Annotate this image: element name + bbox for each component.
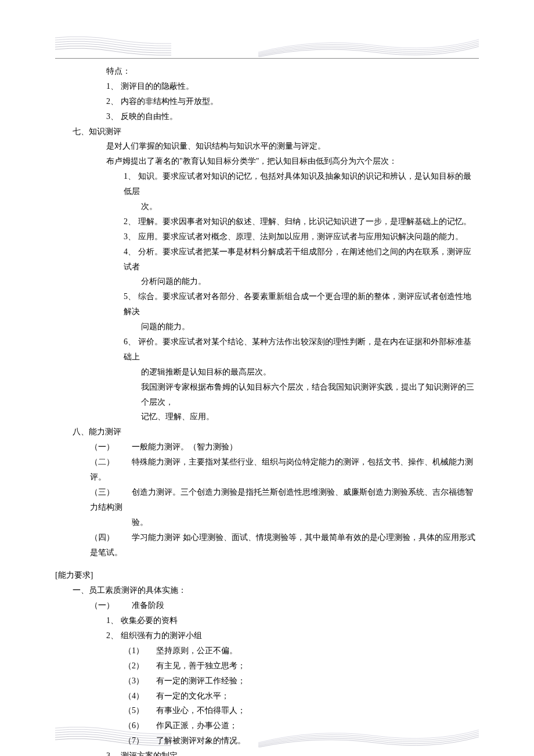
- section-7-intro: 布卢姆提出了著名的"教育认知目标分类学"，把认知目标由低到高分为六个层次：: [55, 154, 479, 169]
- sub-text: 有事业心，不怕得罪人；: [156, 706, 246, 715]
- feature-item: 3、 反映的自由性。: [55, 109, 479, 124]
- list-item: 6、 评价。要求应试者对某个结论、某种方法作出较深刻的理性判断，是在内在证据和外…: [55, 334, 479, 365]
- ability-heading: [能力要求]: [55, 568, 479, 583]
- item-label: （一）: [90, 598, 132, 613]
- section-7-intro: 是对人们掌握的知识量、知识结构与知识水平的测量与评定。: [55, 139, 479, 154]
- item-num: 3、: [124, 232, 136, 241]
- wave-left-icon: [55, 725, 171, 747]
- sublist-item: （4）有一定的文化水平；: [55, 689, 479, 704]
- item-num: 5、: [124, 292, 136, 301]
- item-cont: 问题的能力。: [55, 319, 479, 334]
- list-item: 4、 分析。要求应试者把某一事是材料分解成若干组成部分，在阐述他们之间的内在联系…: [55, 244, 479, 275]
- sublist-item: （5）有事业心，不怕得罪人；: [55, 703, 479, 718]
- item-num: 3、: [106, 751, 118, 756]
- item-cont: 的逻辑推断是认知目标的最高层次。: [55, 365, 479, 380]
- blank-line: [55, 560, 479, 568]
- item-label: （二）: [90, 455, 132, 470]
- item-label: （四）: [90, 530, 132, 545]
- sublist-item: （2）有主见，善于独立思考；: [55, 658, 479, 674]
- item-cont: 次。: [55, 199, 479, 214]
- item-text: 理解。要求因事者对知识的叙述、理解、归纳，比识记知识进了一步，是理解基础上的记忆…: [138, 217, 471, 226]
- item-text: 分析。要求应试者把某一事是材料分解成若干组成部分，在阐述他们之间的内在联系，测评…: [124, 247, 471, 271]
- section-7-tail: 记忆、理解、应用。: [55, 409, 479, 424]
- sublist-item: （3）有一定的测评工作经验；: [55, 674, 479, 689]
- item-cont: 分析问题的能力。: [55, 274, 479, 289]
- list-item: 5、 综合。要求应试者对各部分、各要素重新组合成一个更合理的新的整体，测评应试者…: [55, 289, 479, 319]
- item-text: 特殊能力测评，主要指对某些行业、组织与岗位特定能力的测评，包括文书、操作、机械能…: [90, 458, 473, 481]
- sub-text: 有一定的文化水平；: [156, 692, 229, 700]
- sub-text: 有主见，善于独立思考；: [156, 661, 246, 670]
- item-label: （一）: [90, 440, 132, 455]
- list-item: 2、 组织强有力的测评小组: [55, 628, 479, 643]
- item-num: 1、: [124, 172, 136, 181]
- item-text: 一般能力测评。（智力测验）: [132, 442, 237, 451]
- sublist-item: （1）坚持原则，公正不偏。: [55, 643, 479, 658]
- list-item: （三）创造力测评。三个创造力测验是指托兰斯创造性思维测验、威廉斯创造力测验系统、…: [55, 485, 479, 515]
- sub-text: 坚持原则，公正不偏。: [156, 646, 237, 655]
- item-num: 4、: [124, 247, 136, 256]
- item-text: 知识。要求应试者对知识的记忆，包括对具体知识及抽象知识的识记和辨认，是认知目标的…: [124, 172, 471, 196]
- list-item: （四）学习能力测评 如心理测验、面试、情境测验等，其中最简单有效的是心理测验，具…: [55, 530, 479, 560]
- list-item: （一）一般能力测评。（智力测验）: [55, 440, 479, 455]
- item-text: 创造力测评。三个创造力测验是指托兰斯创造性思维测验、威廉斯创造力测验系统、吉尔福…: [90, 488, 473, 512]
- section-7-tail: 我国测评专家根据布鲁姆的认知目标六个层次，结合我国知识测评实践，提出了知识测评的…: [55, 380, 479, 410]
- list-item: 2、 理解。要求因事者对知识的叙述、理解、归纳，比识记知识进了一步，是理解基础上…: [55, 214, 479, 229]
- feature-item: 1、 测评目的的隐蔽性。: [55, 79, 479, 94]
- section-7-heading: 七、知识测评: [55, 124, 479, 139]
- item-cont: 验。: [55, 515, 479, 530]
- wave-left-icon: [55, 35, 171, 57]
- list-item: 1、 收集必要的资料: [55, 613, 479, 628]
- sub-num: （1）: [124, 643, 156, 658]
- section-8-heading: 八、能力测评: [55, 424, 479, 440]
- sub-num: （3）: [124, 674, 156, 689]
- document-body: 特点： 1、 测评目的的隐蔽性。 2、 内容的非结构性与开放型。 3、 反映的自…: [55, 64, 479, 756]
- sub-num: （2）: [124, 658, 156, 674]
- item-num: 2、: [124, 217, 136, 226]
- item-text: 收集必要的资料: [121, 616, 178, 625]
- item-text: 准备阶段: [132, 601, 164, 610]
- wave-right-icon: [258, 725, 479, 747]
- item-text: 综合。要求应试者对各部分、各要素重新组合成一个更合理的新的整体，测评应试者创造性…: [124, 292, 471, 316]
- item-label: （三）: [90, 485, 132, 500]
- feature-item: 2、 内容的非结构性与开放型。: [55, 94, 479, 109]
- sub-num: （5）: [124, 703, 156, 718]
- header-decoration: [55, 35, 479, 57]
- list-item: 1、 知识。要求应试者对知识的记忆，包括对具体知识及抽象知识的识记和辨认，是认知…: [55, 169, 479, 199]
- list-item: 3、 应用。要求应试者对概念、原理、法则加以应用，测评应试者与应用知识解决问题的…: [55, 229, 479, 244]
- list-item: 3、 测评方案的制定: [55, 748, 479, 756]
- wave-right-icon: [258, 35, 479, 57]
- item-num: 2、: [106, 631, 118, 640]
- sub-text: 有一定的测评工作经验；: [156, 676, 246, 685]
- item-num: 1、: [106, 616, 118, 625]
- item-num: 6、: [124, 337, 136, 346]
- item-text: 学习能力测评 如心理测验、面试、情境测验等，其中最简单有效的是心理测验，具体的应…: [90, 533, 475, 557]
- item-text: 评价。要求应试者对某个结论、某种方法作出较深刻的理性判断，是在内在证据和外部标准…: [124, 337, 471, 361]
- header-divider: [55, 58, 479, 59]
- sub-num: （4）: [124, 689, 156, 704]
- item-text: 应用。要求应试者对概念、原理、法则加以应用，测评应试者与应用知识解决问题的能力。: [138, 232, 463, 241]
- item-text: 测评方案的制定: [121, 751, 178, 756]
- list-item: （一）准备阶段: [55, 598, 479, 613]
- list-item: （二）特殊能力测评，主要指对某些行业、组织与岗位特定能力的测评，包括文书、操作、…: [55, 455, 479, 485]
- footer-decoration: [55, 725, 479, 747]
- item-text: 组织强有力的测评小组: [121, 631, 202, 640]
- ability-sub: 一、员工素质测评的具体实施：: [55, 583, 479, 598]
- features-label: 特点：: [55, 64, 479, 79]
